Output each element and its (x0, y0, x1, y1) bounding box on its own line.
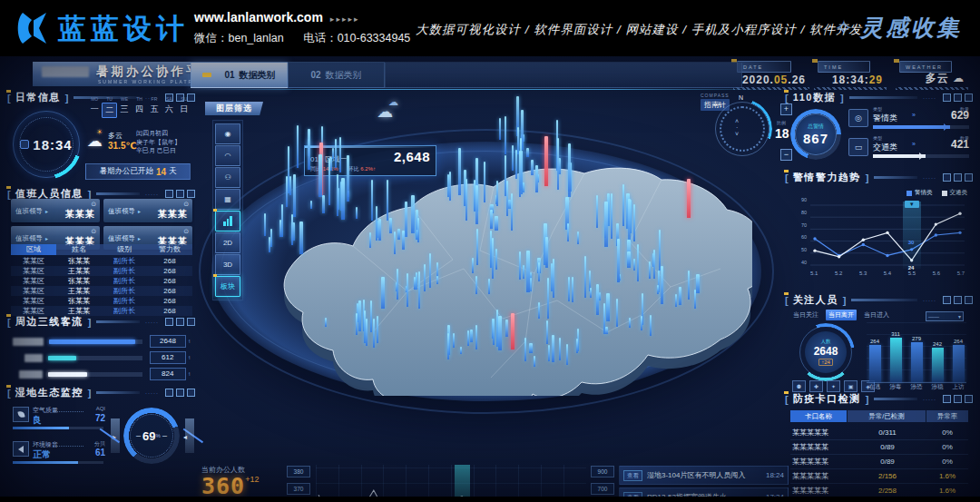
cell: 张某某 (56, 276, 102, 286)
panel-pin-icon[interactable] (954, 296, 962, 304)
tab-watch-today[interactable]: 当日关注 (790, 310, 821, 320)
trend-line-chart: 3024 (810, 202, 965, 269)
mode-3d[interactable]: 3D (215, 254, 240, 275)
flow-fill (48, 372, 88, 377)
panel-close-icon[interactable] (943, 296, 951, 304)
data-spike (299, 221, 303, 254)
noise-status: 正常 (33, 448, 51, 461)
week-day[interactable]: 日 (177, 103, 191, 118)
time-plate: TIME 18:34:29 (814, 61, 887, 87)
office-count-delta: +12 (245, 475, 259, 484)
flow-row: 824↿ (13, 368, 191, 380)
tab-data-category-01[interactable]: 01数据类别 (191, 62, 288, 88)
panel-expand-icon[interactable] (965, 173, 973, 182)
building-icon[interactable]: ▦ (215, 189, 240, 210)
panel-close-icon[interactable] (943, 94, 951, 102)
total-alarm-gauge: 总警情867 (790, 109, 841, 160)
map-3d-area[interactable]: ☁☁ 01 / 区域一 2,648 同比 14.1%↑ 环比 6.2%↑ COM… (195, 89, 785, 408)
view-button[interactable]: 查看 (623, 492, 642, 497)
panel-close-icon[interactable] (165, 318, 173, 326)
bar[interactable] (911, 342, 923, 382)
point-label: 24 (908, 265, 915, 271)
tab-data-category-02[interactable]: 02数据类别 (288, 62, 385, 88)
office-y-tick[interactable]: 370 (287, 483, 310, 495)
week-day[interactable]: 六 (162, 103, 176, 118)
legend-swatch (906, 191, 912, 196)
panel-pin-icon[interactable] (176, 318, 184, 326)
gauge-value: 69 (142, 429, 155, 443)
panel-expand-icon[interactable] (187, 318, 195, 326)
censored-label (19, 370, 43, 379)
tab-entered-today[interactable]: 当日进入 (861, 310, 892, 320)
panel-expand-icon[interactable] (187, 389, 195, 397)
week-day[interactable]: 一 (87, 103, 102, 118)
camera-icon[interactable]: ◉ (215, 123, 240, 144)
watch-icon-1[interactable]: ⚉ (792, 380, 806, 392)
compass-dial[interactable] (715, 102, 769, 156)
panel-close-icon[interactable] (165, 389, 173, 397)
checkpoint-name: 某某某某某 (790, 440, 848, 454)
data-spike (616, 299, 618, 327)
data-spike (417, 218, 419, 242)
panel-pin-icon[interactable] (176, 389, 184, 397)
week-day[interactable]: 四 (132, 103, 146, 118)
watch-icon-4[interactable]: ▣ (844, 380, 858, 392)
week-day[interactable]: 三 (117, 103, 132, 118)
watch-filter-dropdown[interactable]: ——▾ (926, 311, 964, 321)
bar[interactable] (890, 338, 902, 382)
office-count-block: 当前办公人数 360+12 (201, 465, 283, 497)
data-spike (568, 143, 572, 197)
panel-watch-list: [关注人员]····· 当日关注 当日离开 当日进入 人数 2648 ↑24 ⚉… (785, 293, 973, 391)
week-day[interactable]: 五 (147, 103, 162, 118)
mode-plate[interactable]: 板块 (215, 276, 240, 297)
zoom-in-button[interactable]: + (780, 103, 792, 115)
duty-card[interactable]: 值班领导▸⊙某某某 (103, 199, 192, 222)
flow-value: 2648 (150, 335, 186, 348)
office-y-tick[interactable]: 380 (287, 466, 310, 477)
panel-pin-icon[interactable] (176, 190, 184, 198)
tab-left-today[interactable]: 当日离开 (826, 310, 857, 320)
view-button[interactable]: 查看 (623, 470, 642, 481)
data-spike (641, 316, 642, 330)
data-spike (506, 181, 508, 216)
signal-icon[interactable]: ◠ (215, 145, 240, 166)
bar[interactable] (953, 345, 965, 382)
watch-icon-3[interactable]: ✦ (827, 380, 840, 392)
checkpoint-row: 某某某某某2/2581.6% (790, 484, 968, 497)
panel-close-icon[interactable] (943, 395, 951, 403)
alert-time: 18:24 (766, 471, 784, 479)
flow-row: 2648↿ (13, 335, 191, 348)
screenshot-root: 蓝蓝设计 www.lanlanwork.com▸▸▸▸▸ 微信：ben_lanl… (0, 0, 980, 502)
week-day[interactable]: 二 (102, 103, 116, 118)
watch-icon-2[interactable]: ✚ (809, 380, 823, 392)
bar[interactable] (869, 345, 881, 382)
panel-close-icon[interactable] (165, 190, 173, 198)
y-tick: 50 (792, 248, 807, 252)
watch-count: 2648 (814, 345, 838, 358)
panel-expand-icon[interactable] (965, 296, 973, 304)
contact-line: 微信：ben_lanlan 电话：010-63334945 (194, 31, 426, 46)
tooltip-value: 2,648 (394, 149, 430, 164)
panel-close-icon[interactable] (943, 173, 951, 182)
duty-card[interactable]: 值班领导▸⊙某某某 (11, 199, 100, 222)
y-tick: 60 (792, 235, 807, 240)
panel-pin-icon[interactable] (954, 395, 962, 403)
bar[interactable] (932, 348, 944, 382)
panel-expand-icon[interactable] (965, 395, 973, 403)
week-head: WE (117, 96, 132, 102)
right-axis-value[interactable]: 900 (591, 466, 614, 477)
y-tick: 70 (792, 223, 807, 228)
bar-chart-icon[interactable] (215, 211, 240, 231)
bar-value: 311 (891, 331, 900, 337)
data-spike (505, 320, 507, 337)
panel-expand-icon[interactable] (187, 190, 195, 198)
panel-pin-icon[interactable] (954, 94, 962, 102)
zoom-out-button[interactable]: − (780, 149, 792, 161)
panel-expand-icon[interactable] (965, 94, 973, 102)
weather-value: 多云 ☁ (926, 71, 965, 86)
panel-pin-icon[interactable] (954, 173, 962, 182)
right-axis-value[interactable]: 700 (591, 483, 614, 495)
panel-title: 周边三线客流 (15, 315, 83, 329)
mode-2d[interactable]: 2D (215, 232, 240, 253)
people-icon[interactable]: ⚇ (215, 167, 240, 188)
